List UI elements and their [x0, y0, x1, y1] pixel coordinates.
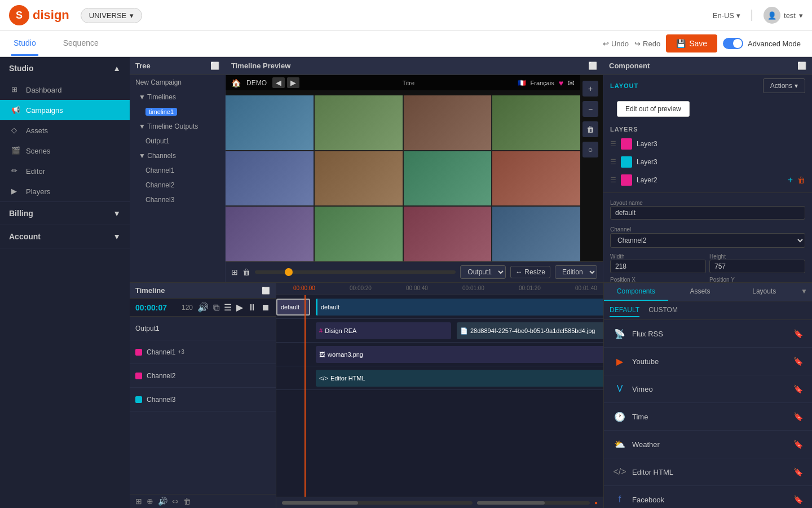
bookmark-time[interactable]: 🔖 — [793, 412, 803, 421]
layout-name-input[interactable] — [610, 206, 805, 220]
edition-select[interactable]: Edition — [555, 265, 597, 279]
edit-preview-button[interactable]: Edit out of preview — [617, 101, 690, 117]
tree-item-channel1[interactable]: Channel1 — [130, 163, 225, 178]
comp-expand-icon[interactable]: ▼ — [796, 283, 812, 301]
timeline-tracks-right: 00:00:00 00:00:20 00:00:40 00:01:00 00:0… — [276, 283, 603, 508]
tree-item-campaign[interactable]: New Campaign — [130, 75, 225, 90]
tl-block-html[interactable]: </> Editor HTML — [316, 370, 603, 387]
channel-select[interactable]: Channel2 — [610, 233, 805, 248]
sidebar-header-account[interactable]: Account ▼ — [0, 225, 130, 248]
circle-btn[interactable]: ○ — [582, 142, 598, 157]
actions-button[interactable]: Actions ▾ — [763, 78, 805, 93]
advanced-mode-toggle[interactable]: Advanced Mode — [723, 38, 801, 49]
stop-btn[interactable]: ⏹ — [261, 303, 270, 313]
tree-expand-icon[interactable]: ⬜ — [210, 62, 219, 70]
resize-button[interactable]: ↔ Resize — [510, 266, 550, 278]
zoom-in-btn[interactable]: + — [582, 81, 598, 97]
comp-tab-layouts[interactable]: Layouts — [732, 283, 796, 301]
zoom-out-btn[interactable]: − — [582, 101, 598, 117]
toggle-switch[interactable] — [723, 38, 743, 49]
comp-subtab-default[interactable]: DEFAULT — [610, 304, 639, 317]
comp-item-editor-html[interactable]: </> Editor HTML 🔖 — [604, 458, 812, 486]
mute-btn[interactable]: 🔊 — [197, 302, 209, 313]
height-input[interactable] — [709, 260, 805, 273]
tree-item-timeline1[interactable]: timeline1 — [130, 104, 225, 119]
sidebar-item-assets[interactable]: ◇ Assets — [0, 120, 130, 141]
audio-footer-btn[interactable]: 🔊 — [158, 497, 167, 506]
grid-footer-btn[interactable]: ⊞ — [135, 497, 142, 506]
components-panel: Components Assets Layouts ▼ DEFAULT CUST… — [603, 283, 812, 508]
undo-button[interactable]: ↩ Undo — [603, 40, 629, 48]
tl-block-image[interactable]: 📄 28d8894f-2257-4be0-b051-9a1dcf585bd4.j… — [457, 322, 603, 339]
demo-prev-btn[interactable]: ◀ — [272, 77, 285, 88]
layout-actions-row: LAYOUT Actions ▾ — [603, 75, 812, 97]
tree-item-timeline-outputs[interactable]: ▼ Timeline Outputs — [130, 119, 225, 134]
delete-footer-btn[interactable]: 🗑 — [183, 497, 191, 506]
bookmark-facebook[interactable]: 🔖 — [793, 495, 803, 504]
layer-add-btn[interactable]: + — [788, 175, 793, 185]
flag-icon: 🇫🇷 — [518, 79, 526, 87]
sidebar-item-players[interactable]: ▶ Players — [0, 181, 130, 202]
bookmark-rss[interactable]: 🔖 — [793, 329, 803, 338]
save-button[interactable]: 💾 Save — [666, 34, 717, 52]
redo-button[interactable]: ↪ Redo — [634, 40, 660, 48]
tree-item-channel2[interactable]: Channel2 — [130, 178, 225, 192]
tl-block-disign-rea[interactable]: # Disign REA — [316, 322, 451, 339]
preview-expand-icon[interactable]: ⬜ — [588, 62, 597, 70]
sidebar-item-dashboard[interactable]: ⊞ Dashboard — [0, 80, 130, 100]
bookmark-weather[interactable]: 🔖 — [793, 440, 803, 449]
comp-item-weather[interactable]: ⛅ Weather 🔖 — [604, 431, 812, 458]
sidebar-header-billing[interactable]: Billing ▼ — [0, 202, 130, 225]
sidebar-header-studio[interactable]: Studio ▲ — [0, 57, 130, 80]
play-btn[interactable]: ▶ — [236, 302, 243, 313]
home-icon: 🏠 — [231, 78, 241, 87]
comp-subtabs: DEFAULT CUSTOM — [604, 301, 812, 320]
tab-studio[interactable]: Studio — [11, 31, 38, 56]
tree-item-channels[interactable]: ▼ Channels — [130, 148, 225, 163]
add-footer-btn[interactable]: ⊕ — [147, 497, 153, 506]
sidebar-item-editor[interactable]: ✏ Editor — [0, 161, 130, 181]
language-selector[interactable]: En-US ▾ — [713, 11, 740, 20]
comp-tab-assets[interactable]: Assets — [668, 283, 732, 301]
tl-zoom-bar[interactable] — [477, 501, 590, 505]
split-btn[interactable]: ⧉ — [213, 303, 219, 313]
comp-item-youtube[interactable]: ▶ Youtube 🔖 — [604, 348, 812, 375]
comp-item-vimeo[interactable]: V Vimeo 🔖 — [604, 375, 812, 403]
tree-item-channel3[interactable]: Channel3 — [130, 192, 225, 207]
bookmark-vimeo[interactable]: 🔖 — [793, 384, 803, 393]
list-btn[interactable]: ☰ — [224, 302, 232, 313]
tab-sequence[interactable]: Sequence — [61, 31, 101, 56]
comp-tab-components[interactable]: Components — [604, 283, 668, 301]
bookmark-youtube[interactable]: 🔖 — [793, 357, 803, 366]
layer-delete-btn[interactable]: 🗑 — [797, 176, 805, 185]
comp-item-flux-rss[interactable]: 📡 Flux RSS 🔖 — [604, 320, 812, 348]
bookmark-html[interactable]: 🔖 — [793, 467, 803, 476]
delete-btn[interactable]: 🗑 — [582, 121, 598, 137]
demo-next-btn[interactable]: ▶ — [287, 77, 299, 88]
dashboard-icon: ⊞ — [11, 85, 20, 94]
sidebar-item-campaigns[interactable]: 📢 Campaigns — [0, 100, 130, 120]
user-menu[interactable]: 👤 test ▾ — [764, 7, 803, 24]
timeline-scrubber[interactable] — [255, 270, 456, 274]
comp-item-time[interactable]: 🕐 Time 🔖 — [604, 403, 812, 431]
comp-subtab-custom[interactable]: CUSTOM — [648, 304, 678, 317]
pause-btn[interactable]: ⏸ — [248, 303, 257, 313]
tl-block-woman[interactable]: 🖼 woman3.png — [316, 346, 603, 363]
hashtag-icon: # — [319, 327, 323, 334]
comp-item-facebook[interactable]: f Facebook 🔖 — [604, 486, 812, 508]
component-expand-icon[interactable]: ⬜ — [797, 62, 806, 70]
universe-button[interactable]: UNIVERSE ▾ — [81, 8, 142, 23]
tree-item-output1[interactable]: Output1 — [130, 134, 225, 148]
tl-scrollbar[interactable] — [282, 501, 473, 505]
delete-timeline-icon[interactable]: 🗑 — [242, 268, 250, 277]
time-display: 00:00:07 — [135, 303, 167, 312]
timeline-thumb — [285, 268, 293, 276]
output-select[interactable]: Output1 — [460, 265, 506, 279]
tl-block-default-2[interactable]: default — [316, 299, 603, 316]
sidebar-item-scenes[interactable]: 🎬 Scenes — [0, 141, 130, 161]
link-footer-btn[interactable]: ⇔ — [172, 497, 179, 506]
tree-item-timelines[interactable]: ▼ Timelines — [130, 90, 225, 104]
timeline-expand-icon[interactable]: ⬜ — [262, 287, 270, 295]
width-input[interactable] — [610, 260, 706, 273]
logo: S disign — [9, 5, 69, 25]
